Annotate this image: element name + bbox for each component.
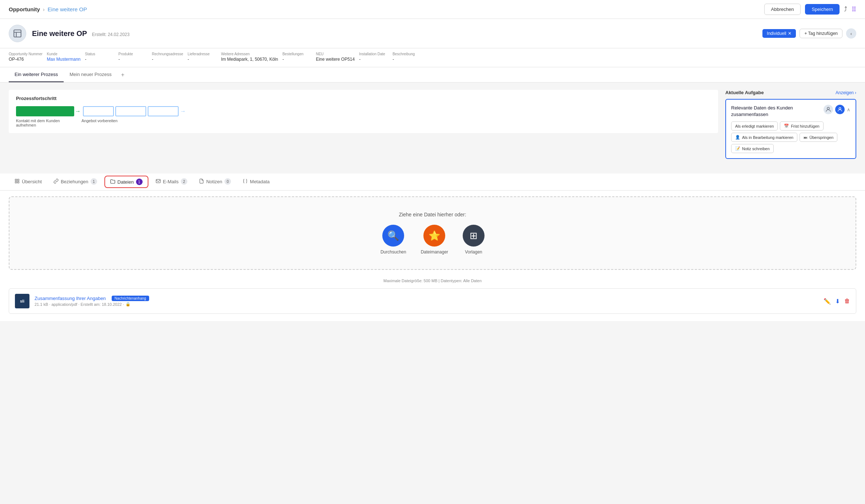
drop-icons: 🔍 Durchsuchen ⭐ Dateimanager ⊞ Vorlagen <box>380 225 485 255</box>
breadcrumb-chevron: › <box>43 6 45 12</box>
collapse-button[interactable]: ‹ <box>846 28 856 39</box>
tag-remove-icon[interactable]: ✕ <box>788 31 792 36</box>
aufgabe-title-row: Relevante Daten des Kunden zusammenfasse… <box>731 105 824 118</box>
tab-badge: 1 <box>91 178 97 185</box>
field-label: Opportunity Nummer <box>9 52 43 56</box>
field-item: NEUEine weitere OP514 <box>316 52 355 62</box>
field-label: Rechnungsadresse <box>152 52 183 56</box>
anzeigen-link[interactable]: Anzeigen › <box>836 90 856 95</box>
durchsuchen-button[interactable]: 🔍 <box>382 225 404 247</box>
drop-zone[interactable]: Ziehe eine Datei hierher oder: 🔍 Durchsu… <box>9 196 856 270</box>
grid-icon <box>15 179 20 185</box>
abbrechen-button[interactable]: Abbrechen <box>764 4 801 15</box>
bottom-tab-metadata[interactable]: Metadata <box>237 174 275 190</box>
step2-bar-2[interactable] <box>115 106 146 116</box>
step1-bar[interactable] <box>16 106 74 116</box>
field-value: Eine weitere OP514 <box>316 57 355 62</box>
field-label: Bestellungen <box>282 52 311 56</box>
file-delete-icon[interactable]: 🗑 <box>844 298 850 304</box>
svg-rect-7 <box>156 179 160 183</box>
svg-rect-5 <box>15 181 17 183</box>
step2-bar-1[interactable] <box>83 106 114 116</box>
field-item: Weitere AdressenIm Mediapark, 1, 50670, … <box>221 52 278 62</box>
record-header-right: Individuell ✕ + Tag hinzufügen ‹ <box>762 28 856 39</box>
dateimanager-button[interactable]: ⭐ <box>423 225 445 247</box>
grid-icon[interactable]: ⠿ <box>852 5 856 13</box>
vorlagen-item: ⊞ Vorlagen <box>463 225 485 255</box>
link-icon <box>53 179 59 185</box>
bottom-tabs-bar: ÜbersichtBeziehungen1Dateien1E-Mails2Not… <box>0 173 865 191</box>
svg-rect-3 <box>15 179 17 181</box>
left-panel: Prozessfortschritt → Kontakt mit dem Kun… <box>9 90 718 159</box>
process-tabs: Ein weiterer ProzessMein neuer Prozess+ <box>0 67 865 83</box>
field-label: Weitere Adressen <box>221 52 278 56</box>
folder-icon <box>110 179 115 185</box>
file-name[interactable]: Zusammenfassung Ihrer Angaben <box>35 296 106 301</box>
field-value[interactable]: Max Mustermann <box>47 57 81 62</box>
top-nav: Opportunity › Eine weitere OP Abbrechen … <box>0 0 865 19</box>
uberspringen-button[interactable]: ⏭ Überspringen <box>800 133 837 142</box>
svg-rect-6 <box>17 181 19 183</box>
frist-button[interactable]: 📅 Frist hinzufügen <box>780 121 823 131</box>
field-item: Beschreibung- <box>392 52 422 62</box>
erledigt-button[interactable]: Als erledigt markieren <box>731 121 778 131</box>
record-header: Eine weitere OP Erstellt: 24.02.2023 Ind… <box>0 19 865 48</box>
notiz-button[interactable]: 📝 Notiz schreiben <box>731 144 774 153</box>
field-label: NEU <box>316 52 355 56</box>
field-label: Beschreibung <box>392 52 422 56</box>
bottom-tab-dateien[interactable]: Dateien1 <box>104 176 148 188</box>
step2-group: → Angebot vorbereiten <box>81 106 187 123</box>
bottom-tab-beziehungen[interactable]: Beziehungen1 <box>48 174 103 190</box>
vorlagen-button[interactable]: ⊞ <box>463 225 485 247</box>
field-item: Lieferadresse- <box>188 52 217 62</box>
prozess-section: Prozessfortschritt → Kontakt mit dem Kun… <box>9 90 718 133</box>
field-item: Produkte- <box>119 52 148 62</box>
record-title: Eine weitere OP <box>32 29 87 37</box>
file-lock-icon: 🔒 <box>125 302 131 307</box>
field-value: - <box>359 57 388 62</box>
aufgabe-header-left: Relevante Daten des Kunden zusammenfasse… <box>731 105 824 118</box>
aufgabe-collapse-icon[interactable]: ∧ <box>847 107 850 112</box>
add-process-tab-button[interactable]: + <box>117 68 128 82</box>
field-label: Produkte <box>119 52 148 56</box>
share-icon[interactable]: ⤴ <box>844 5 847 13</box>
vorlagen-label: Vorlagen <box>465 249 482 255</box>
file-download-icon[interactable]: ⬇ <box>835 298 840 305</box>
speichern-button[interactable]: Speichern <box>805 4 840 15</box>
aufgabe-card: Relevante Daten des Kunden zusammenfasse… <box>725 99 856 159</box>
braces-icon <box>243 179 248 185</box>
field-label: Lieferadresse <box>188 52 217 56</box>
field-value: - <box>85 57 114 62</box>
tag-individuell[interactable]: Individuell ✕ <box>762 29 796 38</box>
record-created: Erstellt: 24.02.2023 <box>92 32 129 37</box>
drop-info-row: Maximale Dateigröße: 500 MB | Datentypen… <box>0 276 865 288</box>
add-tag-button[interactable]: + Tag hinzufügen <box>800 29 842 38</box>
field-item: Status- <box>85 52 114 62</box>
record-header-left: Eine weitere OP Erstellt: 24.02.2023 <box>9 25 129 42</box>
field-label: Status <box>85 52 114 56</box>
prozess-steps: → Kontakt mit dem Kunden aufnehmen → Ang… <box>16 106 711 127</box>
bottom-tab-übersicht[interactable]: Übersicht <box>9 174 48 190</box>
dateimanager-item: ⭐ Dateimanager <box>421 225 448 255</box>
step2-bar-3[interactable] <box>148 106 179 116</box>
bottom-section: ÜbersichtBeziehungen1Dateien1E-Mails2Not… <box>0 173 865 321</box>
field-label: Installation Date <box>359 52 388 56</box>
durchsuchen-item: 🔍 Durchsuchen <box>380 225 406 255</box>
svg-point-1 <box>827 107 829 109</box>
file-edit-icon[interactable]: ✏️ <box>824 298 831 305</box>
dateimanager-label: Dateimanager <box>421 249 448 255</box>
field-item: KundeMax Mustermann <box>47 52 81 62</box>
bearbeitung-button[interactable]: 👤 Als in Bearbeitung markieren <box>731 133 797 142</box>
mail-icon <box>156 179 161 185</box>
field-item: Opportunity NummerOP-476 <box>9 52 43 62</box>
file-badge: Nachrichtenanhang <box>112 296 149 301</box>
file-entry: sli Zusammenfassung Ihrer Angaben Nachri… <box>9 288 856 314</box>
bottom-tab-notizen[interactable]: Notizen0 <box>193 174 237 190</box>
breadcrumb-root: Opportunity <box>9 6 40 12</box>
breadcrumb-current[interactable]: Eine weitere OP <box>48 6 87 12</box>
process-tab[interactable]: Mein neuer Prozess <box>64 67 117 82</box>
tab-badge: 0 <box>224 178 231 185</box>
process-tab[interactable]: Ein weiterer Prozess <box>9 67 64 82</box>
field-value: Im Mediapark, 1, 50670, Köln <box>221 57 278 62</box>
bottom-tab-e-mails[interactable]: E-Mails2 <box>150 174 193 190</box>
